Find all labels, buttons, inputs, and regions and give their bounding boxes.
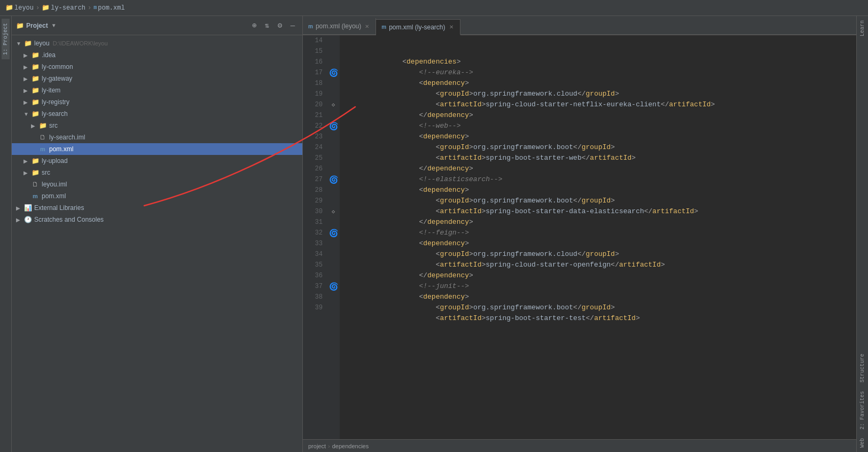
gutter-33 (327, 238, 340, 249)
line-num-15: 15 (303, 46, 327, 57)
sidebar-panel: 📁 Project ▼ ⊕ ⇅ ⚙ — ▼ 📁 leyou D:\IDEAWOR… (12, 16, 303, 452)
gutter-18 (327, 78, 340, 89)
folder-icon-ly-registry: 📁 (31, 98, 40, 106)
panel-title-text[interactable]: Project (26, 22, 48, 29)
arrow-scratches: ▶ (16, 217, 24, 223)
folder-icon-ly-gateway: 📁 (31, 74, 40, 83)
spring-icon-17: 🌀 (329, 68, 338, 77)
right-side-tabs: Learn Structure 2: Favorites Web (856, 16, 868, 452)
tab-close-search[interactable]: ✕ (448, 24, 455, 30)
file-icon-pom-xml-search: m (38, 145, 47, 153)
gutter-34 (327, 249, 340, 260)
gutter-30: ◇ (327, 206, 340, 217)
folder-icon-panel: 📁 (16, 22, 24, 29)
line-num-18: 18 (303, 78, 327, 89)
line-num-34: 34 (303, 249, 327, 260)
tree-item-ly-gateway[interactable]: ▶ 📁 ly-gateway (12, 73, 302, 84)
tree-label-scratches: Scratches and Consoles (34, 216, 104, 223)
arrow-leyou: ▼ (16, 41, 24, 46)
tree-label-ly-search-iml: ly-search.iml (49, 134, 85, 141)
line-num-36: 36 (303, 270, 327, 281)
tree-item-src-search[interactable]: ▶ 📁 src (12, 120, 302, 131)
tab-close-leyou[interactable]: ✕ (364, 23, 370, 30)
sort-btn[interactable]: ⇅ (262, 20, 272, 31)
tab-label-search: pom.xml (ly-search) (389, 24, 445, 31)
tree-label-leyou-iml: leyou.iml (42, 181, 67, 188)
tab-favorites[interactable]: 2: Favorites (858, 387, 866, 434)
gutter-31 (327, 217, 340, 228)
sidebar-tab-project[interactable]: 1: Project (2, 19, 10, 59)
bookmark-icon-20: ◇ (332, 102, 335, 108)
line-num-30: 30 (303, 206, 327, 217)
panel-title: 📁 Project ▼ (16, 22, 57, 29)
line-num-22: 22 (303, 121, 327, 131)
tree-label-ly-registry: ly-registry (42, 98, 69, 106)
line-num-31: 31 (303, 217, 327, 228)
tree-item-ly-upload[interactable]: ▶ 📁 ly-upload (12, 155, 302, 167)
tab-pom-leyou[interactable]: m pom.xml (leyou) ✕ (303, 18, 376, 34)
gutter-17: 🌀 (327, 67, 340, 78)
tree-item-scratches[interactable]: ▶ 🕐 Scratches and Consoles (12, 214, 302, 225)
locate-btn[interactable]: ⊕ (249, 20, 260, 31)
tree-item-ly-registry[interactable]: ▶ 📁 ly-registry (12, 96, 302, 108)
breadcrumb-file: pom.xml (98, 4, 124, 12)
gutter-28 (327, 185, 340, 196)
gutter-15 (327, 46, 340, 57)
tree-label-ly-search: ly-search (42, 110, 68, 118)
tree-item-ly-search[interactable]: ▼ 📁 ly-search (12, 108, 302, 120)
gutter-38 (327, 292, 340, 302)
line-num-23: 23 (303, 131, 327, 142)
tab-learn[interactable]: Learn (858, 16, 866, 41)
gutter-37: 🌀 (327, 281, 340, 292)
tab-label-leyou: pom.xml (leyou) (316, 22, 361, 30)
tree-label-src-root: src (42, 169, 50, 176)
line-num-14: 14 (303, 35, 327, 46)
gutter-19 (327, 89, 340, 99)
tree-item-src-root[interactable]: ▶ 📁 src (12, 167, 302, 178)
spring-icon-22: 🌀 (329, 122, 338, 131)
gutter-22: 🌀 (327, 121, 340, 131)
spring-icon-37: 🌀 (329, 282, 338, 291)
line-num-33: 33 (303, 238, 327, 249)
gutter-21 (327, 110, 340, 121)
tree-item-ly-search-iml[interactable]: ▶ 🗋 ly-search.iml (12, 131, 302, 143)
tree-item-leyou-iml[interactable]: ▶ 🗋 leyou.iml (12, 178, 302, 190)
tree-item-ly-item[interactable]: ▶ 📁 ly-item (12, 84, 302, 96)
tree-item-pom-xml-root[interactable]: ▶ m pom.xml (12, 190, 302, 202)
panel-dropdown-arrow[interactable]: ▼ (51, 22, 57, 28)
code-line-14 (344, 35, 856, 46)
tree-item-idea[interactable]: ▶ 📁 .idea (12, 49, 302, 61)
gutter-39 (327, 302, 340, 313)
tab-structure[interactable]: Structure (858, 349, 866, 387)
tree-item-pom-xml-search[interactable]: ▶ m pom.xml (12, 143, 302, 155)
tab-web[interactable]: Web (858, 434, 866, 452)
tree-label-leyou: leyou (34, 40, 50, 47)
sidebar-header: 📁 Project ▼ ⊕ ⇅ ⚙ — (12, 16, 302, 35)
code-area: 14 15 16 17 18 19 20 21 22 23 24 25 26 2… (303, 35, 856, 439)
code-content[interactable]: <dependencies> <!--eureka--> <dependency… (340, 35, 856, 439)
icon-external-libs: 📊 (24, 204, 32, 212)
title-bar: 📁 leyou › 📁 ly-search › m pom.xml (0, 0, 868, 16)
breadcrumb-child: ly-search (51, 4, 85, 12)
folder-icon-src-root: 📁 (31, 168, 40, 177)
arrow-idea: ▶ (24, 52, 31, 58)
tree-label-ly-common: ly-common (42, 63, 73, 71)
minimize-btn[interactable]: — (287, 20, 298, 31)
settings-btn[interactable]: ⚙ (275, 20, 285, 31)
line-num-38: 38 (303, 292, 327, 302)
gutter: 🌀 ◇ 🌀 🌀 (327, 35, 340, 439)
tree-label-pom-xml-search: pom.xml (49, 145, 73, 153)
line-num-25: 25 (303, 153, 327, 163)
gutter-25 (327, 153, 340, 163)
line-num-28: 28 (303, 185, 327, 196)
code-line-15: <dependencies> (344, 46, 856, 57)
tab-pom-search[interactable]: m pom.xml (ly-search) ✕ (376, 19, 460, 35)
tree-item-leyou[interactable]: ▼ 📁 leyou D:\IDEAWORK\leyou (12, 37, 302, 49)
tree-item-ly-common[interactable]: ▶ 📁 ly-common (12, 61, 302, 73)
left-side-tabs: 1: Project (0, 16, 12, 452)
tree-item-external-libs[interactable]: ▶ 📊 External Libraries (12, 202, 302, 214)
line-num-20: 20 (303, 99, 327, 110)
file-icon-leyou-iml: 🗋 (31, 180, 40, 189)
folder-icon-ly-upload: 📁 (31, 157, 40, 165)
arrow-ly-item: ▶ (24, 88, 31, 93)
